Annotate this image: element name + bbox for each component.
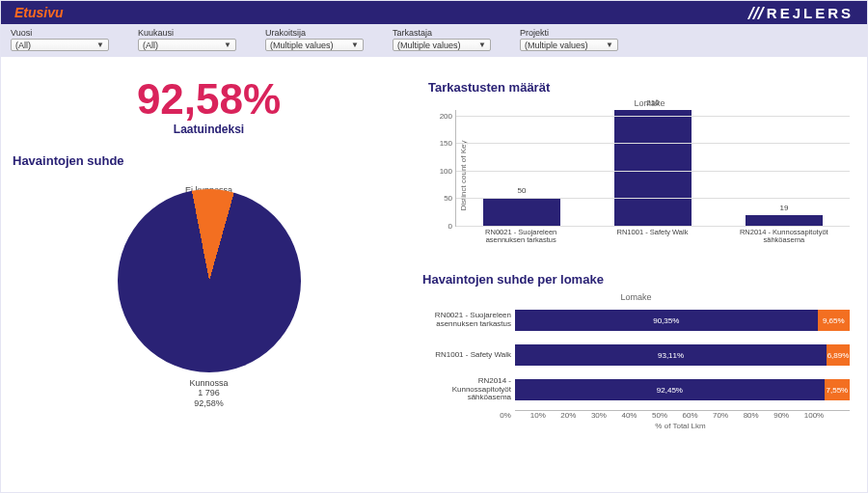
- brand-logo: REJLERS: [750, 5, 854, 21]
- filter-value: (Multiple values): [397, 41, 461, 50]
- x-category-label: RN0021 - Suojareleen asennuksen tarkastu…: [472, 229, 570, 250]
- hbar-segment: 92,45%: [515, 379, 825, 400]
- hbar-segment: 9,65%: [818, 310, 850, 331]
- bar-column: 50: [473, 110, 571, 226]
- gridline: [456, 171, 850, 172]
- bar-chart: Distinct count of Key Lomake 5021019 050…: [449, 98, 850, 253]
- filter-label: Tarkastaja: [393, 28, 491, 38]
- kpi-label: Laatuindeksi: [13, 123, 405, 136]
- bar-column: 19: [735, 110, 833, 226]
- top-bar: Etusivu REJLERS: [1, 1, 867, 24]
- dashboard-body: 92,58% Laatuindeksi Havaintojen suhde Ei…: [1, 57, 867, 493]
- page-title: Etusivu: [14, 5, 64, 20]
- filter-kuukausi: Kuukausi (All) ▼: [138, 28, 236, 51]
- filter-label: Kuukausi: [138, 28, 236, 38]
- y-tick: 0: [435, 222, 452, 231]
- filter-select-vuosi[interactable]: (All) ▼: [11, 39, 109, 51]
- kpi-value: 92,58%: [13, 78, 405, 121]
- filter-select-urakoitsija[interactable]: (Multiple values) ▼: [265, 39, 364, 51]
- filter-select-projekti[interactable]: (Multiple values) ▼: [520, 39, 618, 51]
- hbar-segment: 90,35%: [515, 310, 817, 331]
- chevron-down-icon: ▼: [606, 41, 613, 49]
- y-tick: 100: [435, 166, 452, 175]
- y-tick: 200: [435, 111, 452, 120]
- pie-icon: [101, 174, 316, 389]
- chevron-down-icon: ▼: [224, 41, 231, 49]
- hbar-track: 93,11%6,89%: [515, 344, 850, 366]
- y-tick: 150: [435, 139, 452, 148]
- filter-label: Projekti: [520, 28, 618, 38]
- filter-select-kuukausi[interactable]: (All) ▼: [138, 39, 236, 51]
- filters-bar: Vuosi (All) ▼ Kuukausi (All) ▼ Urakoitsi…: [1, 24, 867, 57]
- filter-vuosi: Vuosi (All) ▼: [11, 28, 109, 51]
- filter-value: (All): [15, 41, 31, 50]
- hbar-xlabel: % of Total Lkm: [511, 422, 850, 430]
- bar-value-label: 50: [483, 186, 560, 195]
- hbar-track: 92,45%7,55%: [515, 379, 850, 400]
- bar-value-label: 19: [746, 204, 823, 212]
- hbar-segment: 7,55%: [825, 379, 850, 400]
- pie-legend-kunnossa: Kunnossa 1 796 92,58%: [190, 378, 229, 409]
- logo-text: REJLERS: [767, 5, 854, 21]
- filter-value: (Multiple values): [270, 41, 334, 50]
- filter-urakoitsija: Urakoitsija (Multiple values) ▼: [265, 28, 364, 51]
- gridline: [456, 198, 850, 199]
- bar-plot-area: 5021019 050100150200: [455, 110, 850, 227]
- filter-label: Urakoitsija: [265, 28, 364, 38]
- hbar-category-label: RN1001 - Safety Walk: [422, 351, 515, 360]
- hbar-segment: 93,11%: [515, 344, 827, 366]
- hbar-track: 90,35%9,65%: [515, 310, 850, 331]
- chevron-down-icon: ▼: [96, 41, 104, 49]
- hbar-row: RN1001 - Safety Walk93,11%6,89%: [422, 341, 850, 370]
- y-tick: 50: [435, 194, 452, 203]
- kpi-laatuindeksi: 92,58% Laatuindeksi: [13, 78, 405, 136]
- hbar-segment: 6,89%: [827, 344, 850, 366]
- bar: 19: [746, 215, 823, 226]
- section-title-bar: Tarkastusten määrät: [422, 68, 644, 95]
- hbar-chart: Lomake RN0021 - Suojareleen asennuksen t…: [422, 292, 850, 430]
- filter-projekti: Projekti (Multiple values) ▼: [520, 28, 618, 51]
- section-title-hbar: Havaintojen suhde per lomake: [422, 272, 850, 287]
- right-column: Tarkastusten määrät Distinct count of Ke…: [417, 57, 867, 493]
- x-tick: 80%: [744, 411, 774, 420]
- bar-x-categories: RN0021 - Suojareleen asennuksen tarkastu…: [455, 227, 850, 250]
- gridline: [456, 143, 850, 144]
- filter-select-tarkastaja[interactable]: (Multiple values) ▼: [393, 39, 491, 51]
- hbar-category-label: RN2014 - Kunnossapitotyöt sähköasema: [422, 377, 515, 402]
- filter-tarkastaja: Tarkastaja (Multiple values) ▼: [393, 28, 491, 51]
- bar: 210: [614, 110, 692, 226]
- x-category-label: RN1001 - Safety Walk: [603, 229, 701, 250]
- x-tick: 100%: [804, 411, 835, 420]
- hbar-rows: RN0021 - Suojareleen asennuksen tarkastu…: [422, 306, 850, 404]
- bar-group: 5021019: [456, 110, 850, 226]
- x-tick: 30%: [591, 411, 622, 420]
- x-tick: 20%: [560, 411, 591, 420]
- section-title-pie: Havaintojen suhde: [13, 153, 405, 168]
- hbar-subtitle: Lomake: [422, 292, 850, 302]
- bar-value-label: 210: [614, 98, 692, 107]
- x-tick: 70%: [713, 411, 744, 420]
- left-column: 92,58% Laatuindeksi Havaintojen suhde Ei…: [1, 57, 417, 493]
- x-tick: 0%: [500, 411, 530, 420]
- hbar-row: RN0021 - Suojareleen asennuksen tarkastu…: [422, 306, 850, 335]
- x-tick: 10%: [530, 411, 561, 420]
- hbar-row: RN2014 - Kunnossapitotyöt sähköasema92,4…: [422, 375, 850, 404]
- bar-column: 210: [604, 110, 702, 226]
- x-tick: 50%: [652, 411, 683, 420]
- filter-label: Vuosi: [11, 28, 109, 38]
- hbar-category-label: RN0021 - Suojareleen asennuksen tarkastu…: [422, 312, 515, 329]
- logo-stripes-icon: [750, 7, 762, 19]
- x-category-label: RN2014 - Kunnossapitotyöt sähköasema: [735, 229, 833, 250]
- gridline: [456, 226, 850, 227]
- x-tick: 60%: [683, 411, 714, 420]
- hbar-x-axis: 0%10%20%30%40%50%60%70%80%90%100%: [515, 410, 850, 420]
- filter-value: (All): [143, 41, 158, 50]
- chevron-down-icon: ▼: [478, 41, 486, 49]
- x-tick: 40%: [621, 411, 652, 420]
- chevron-down-icon: ▼: [351, 41, 359, 49]
- bar: 50: [483, 198, 560, 226]
- filter-value: (Multiple values): [525, 41, 588, 50]
- pie-chart: Ei kunnossa 144 7,42% Kunnossa 1 796 92,…: [55, 189, 364, 372]
- gridline: [456, 116, 850, 117]
- x-tick: 90%: [773, 411, 804, 420]
